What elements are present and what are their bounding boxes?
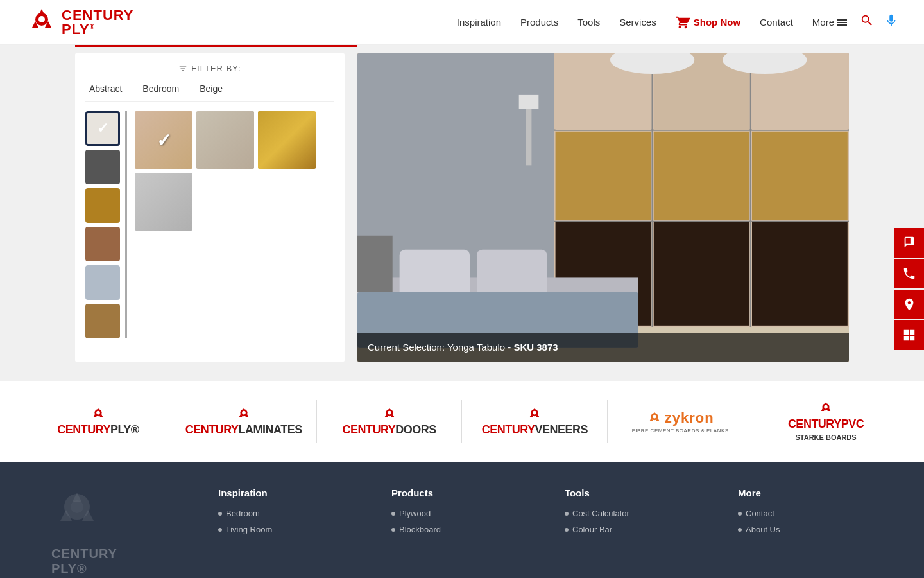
- enquiry-button[interactable]: [894, 228, 924, 258]
- footer-link-blockboard[interactable]: Blockboard: [391, 525, 526, 534]
- filter-panel: FILTER BY: Abstract Bedroom Beige: [75, 53, 345, 362]
- call-button[interactable]: [894, 259, 924, 288]
- svg-rect-16: [752, 132, 848, 220]
- svg-marker-1: [38, 9, 45, 15]
- footer-link-about-us[interactable]: About Us: [738, 525, 873, 534]
- locate-button[interactable]: [894, 290, 924, 319]
- footer-col-title-products: Products: [391, 487, 526, 498]
- bullet-icon: [391, 528, 395, 532]
- nav-products[interactable]: Products: [520, 17, 558, 28]
- filter-content: [85, 111, 334, 338]
- brand-strip: CENTURYPLY® CENTURYLAMINATES CENTURYDOOR…: [0, 381, 924, 462]
- location-icon: [902, 297, 916, 311]
- enquiry-icon: [902, 236, 916, 250]
- zykron-logo: [647, 410, 662, 426]
- footer-link-plywood[interactable]: Plywood: [391, 509, 526, 518]
- search-button[interactable]: [860, 13, 874, 31]
- swatch-tan[interactable]: [85, 304, 120, 338]
- brand-century-pvc[interactable]: CENTURYPVC STARKE BOARDS: [753, 394, 898, 449]
- century-doors-logo: [382, 407, 397, 422]
- svg-point-63: [824, 405, 828, 409]
- filter-tag-abstract[interactable]: Abstract: [85, 82, 126, 95]
- grid-button[interactable]: [894, 320, 924, 350]
- century-laminates-logo: [236, 407, 252, 422]
- texture-floral[interactable]: [258, 111, 316, 169]
- bullet-icon: [565, 528, 569, 532]
- filter-tags: Abstract Bedroom Beige: [85, 82, 334, 102]
- footer-link-livingroom[interactable]: Living Room: [218, 525, 353, 534]
- bullet-icon: [738, 512, 742, 516]
- logo[interactable]: CENTURY PLY®: [26, 6, 134, 39]
- nav-tools[interactable]: Tools: [578, 17, 600, 28]
- main-content: FILTER BY: Abstract Bedroom Beige: [0, 47, 924, 374]
- brand-century-veneers[interactable]: CENTURYVENEERS: [462, 400, 608, 443]
- svg-rect-19: [752, 222, 848, 326]
- nav-shop-now[interactable]: Shop Now: [676, 15, 740, 30]
- footer-col-more: More Contact About Us: [738, 487, 873, 576]
- mic-button[interactable]: [884, 13, 898, 31]
- footer-col-inspiration: Inspiration Bedroom Living Room: [218, 487, 353, 576]
- svg-point-43: [242, 411, 246, 415]
- century-pvc-logo: [818, 401, 834, 416]
- svg-point-48: [388, 411, 391, 415]
- swatch-lightblue[interactable]: [85, 265, 120, 300]
- swatch-brown[interactable]: [85, 227, 120, 261]
- svg-rect-30: [357, 236, 393, 292]
- brand-centuryply[interactable]: CENTURYPLY®: [26, 400, 171, 443]
- phone-icon: [902, 267, 916, 281]
- footer-link-bedroom[interactable]: Bedroom: [218, 509, 353, 518]
- nav-contact[interactable]: Contact: [760, 17, 793, 28]
- footer-logo-icon: [51, 487, 103, 539]
- svg-rect-26: [519, 95, 539, 109]
- svg-point-58: [653, 415, 656, 419]
- footer-col-title-inspiration: Inspiration: [218, 487, 353, 498]
- header: CENTURY PLY® Inspiration Products Tools …: [0, 0, 924, 45]
- bullet-icon: [565, 512, 569, 516]
- footer-col-title-tools: Tools: [565, 487, 699, 498]
- nav-more[interactable]: More: [812, 17, 847, 28]
- svg-rect-14: [556, 132, 651, 220]
- bullet-icon: [738, 528, 742, 532]
- selection-name: Yonga Tabulo: [447, 342, 505, 353]
- swatch-dark[interactable]: [85, 150, 120, 184]
- texture-gray1[interactable]: [135, 173, 193, 231]
- svg-rect-6: [837, 22, 847, 23]
- swatch-white[interactable]: [85, 111, 120, 146]
- brand-zykron[interactable]: zykron FIBRE CEMENT BOARDS & PLANKS: [608, 403, 753, 440]
- centuryply-logo-icon: [26, 6, 58, 39]
- footer-link-cost-calculator[interactable]: Cost Calculator: [565, 509, 699, 518]
- svg-rect-18: [654, 222, 749, 326]
- svg-rect-31: [400, 250, 470, 299]
- selection-sku: SKU 3873: [513, 342, 558, 353]
- footer-link-colour-bar[interactable]: Colour Bar: [565, 525, 699, 534]
- filter-tag-bedroom[interactable]: Bedroom: [139, 82, 183, 95]
- nav-services[interactable]: Services: [619, 17, 656, 28]
- current-selection-bar: Current Selection: Yonga Tabulo - SKU 38…: [357, 333, 849, 362]
- logo-ply: PLY®: [62, 22, 134, 37]
- filter-header: FILTER BY:: [85, 64, 334, 73]
- brand-century-doors[interactable]: CENTURYDOORS: [317, 400, 463, 443]
- svg-point-53: [533, 411, 537, 415]
- texture-beige2[interactable]: [196, 111, 254, 169]
- nav-inspiration[interactable]: Inspiration: [457, 17, 501, 28]
- footer-col-products: Products Plywood Blockboard: [391, 487, 526, 576]
- bullet-icon: [218, 528, 222, 532]
- svg-point-68: [71, 500, 83, 513]
- color-swatches: [85, 111, 127, 338]
- filter-tag-beige[interactable]: Beige: [196, 82, 227, 95]
- century-veneers-logo: [527, 407, 542, 422]
- texture-grid: [135, 111, 316, 338]
- centuryply-logo-small: [90, 407, 106, 422]
- texture-beige1[interactable]: [135, 111, 193, 169]
- room-preview-panel: Current Selection: Yonga Tabulo - SKU 38…: [357, 53, 849, 362]
- footer-link-contact[interactable]: Contact: [738, 509, 873, 518]
- grid-icon: [902, 328, 916, 342]
- footer-logo: CENTURYPLY®: [51, 487, 180, 576]
- brand-century-laminates[interactable]: CENTURYLAMINATES: [171, 400, 317, 443]
- search-icon: [860, 13, 874, 28]
- footer: CENTURYPLY® Inspiration Bedroom Living R…: [0, 462, 924, 578]
- swatch-gold[interactable]: [85, 188, 120, 223]
- cart-icon: [676, 15, 690, 30]
- bedroom-scene-svg: [357, 53, 849, 362]
- filter-label: FILTER BY:: [191, 64, 241, 73]
